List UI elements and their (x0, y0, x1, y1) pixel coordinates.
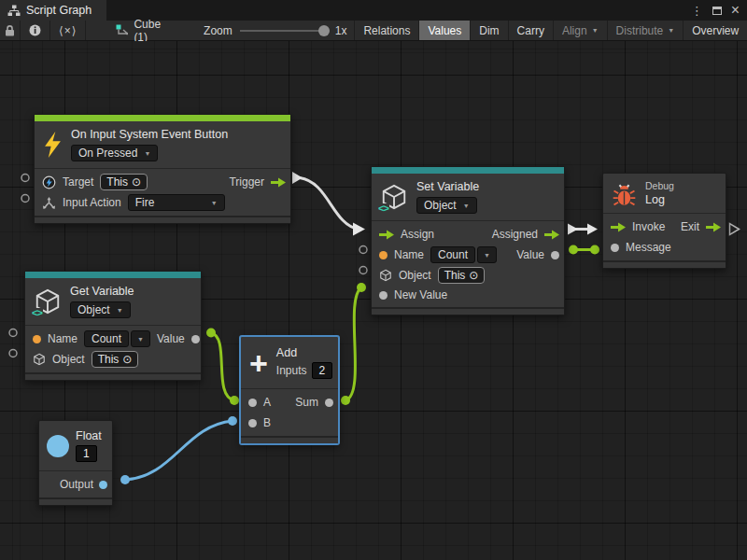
event-type-dropdown[interactable]: On Pressed ▼ (71, 145, 158, 161)
unconnected-port[interactable] (359, 267, 367, 274)
window-controls: ⋮ × (691, 0, 747, 21)
wire-sum-to-newvalue[interactable] (345, 287, 361, 400)
sum-port[interactable] (325, 399, 333, 407)
node-on-input-event[interactable]: On Input System Event Button On Pressed … (34, 114, 291, 224)
chevron-down-icon: ▼ (144, 150, 150, 157)
values-button[interactable]: Values (419, 21, 471, 40)
tab-script-graph[interactable]: Script Graph (0, 0, 106, 21)
zoom-slider-handle[interactable] (318, 25, 330, 36)
trigger-port-icon[interactable] (271, 177, 286, 188)
assign-input-arrowhead (353, 223, 365, 236)
maximize-icon[interactable] (712, 7, 722, 15)
inputs-count-field[interactable]: 2 (312, 362, 333, 379)
node-get-variable[interactable]: <> Get Variable Object ▼ Name Count ▼ (24, 271, 202, 381)
invoke-port-icon[interactable] (611, 222, 626, 232)
trigger-label: Trigger (229, 175, 264, 189)
node-add[interactable]: + Add Inputs 2 A Sum B (240, 336, 339, 444)
node-float[interactable]: Float 1 Output (38, 420, 113, 506)
chevron-down-icon: ▼ (463, 203, 470, 209)
chevron-down-icon: ▼ (117, 307, 123, 314)
lightning-icon (43, 132, 63, 158)
float-literal-icon (47, 435, 69, 457)
variable-kind-dropdown[interactable]: Object ▼ (70, 301, 131, 318)
input-system-icon (42, 175, 56, 189)
invoke-input-arrowhead (587, 224, 598, 235)
exit-label: Exit (681, 220, 699, 233)
value-label: Value (516, 248, 544, 261)
variable-angle-icon: <> (377, 203, 389, 214)
unconnected-port[interactable] (21, 175, 29, 182)
wire-endpoint-dot (230, 396, 239, 405)
exit-port-icon[interactable] (706, 222, 721, 232)
target-row: Target This ⊙ Trigger (35, 172, 290, 192)
new-value-row: New Value (372, 286, 564, 304)
variable-name-dropdown[interactable]: Count ▼ (430, 246, 497, 263)
event-category-bar (35, 115, 290, 121)
carry-button[interactable]: Carry (509, 21, 554, 40)
graph-canvas[interactable]: On Input System Event Button On Pressed … (0, 41, 747, 560)
variable-name-dropdown[interactable]: Count ▼ (84, 330, 150, 347)
unconnected-port[interactable] (21, 195, 29, 203)
output-label: Output (60, 478, 93, 491)
object-this-button[interactable]: This ⊙ (438, 267, 486, 284)
message-port[interactable] (611, 244, 619, 252)
unconnected-port[interactable] (9, 329, 17, 337)
a-port[interactable] (248, 399, 257, 407)
wire-getvariable-to-add-a[interactable] (211, 333, 234, 401)
relations-button[interactable]: Relations (354, 21, 419, 40)
name-row: Name Count ▼ Value (25, 329, 201, 349)
name-label: Name (48, 332, 78, 345)
node-debug-log[interactable]: Debug Log Invoke Exit (602, 173, 726, 269)
node-set-variable[interactable]: <> Set Variable Object ▼ (371, 166, 565, 315)
wire-float-to-add-b[interactable] (125, 421, 233, 480)
target-label: Target (63, 175, 93, 189)
output-port[interactable] (99, 481, 107, 489)
node-title: Float (76, 429, 102, 442)
object-label: Object (399, 269, 431, 282)
bug-icon (612, 181, 637, 206)
variable-category-bar (372, 167, 564, 174)
variable-kind-dropdown[interactable]: Object ▼ (416, 197, 477, 214)
variable-cube-icon: <> (380, 183, 408, 211)
trigger-output-port[interactable] (292, 172, 303, 184)
more-menu-icon[interactable]: ⋮ (691, 5, 703, 17)
exit-output-port[interactable] (730, 224, 740, 235)
sum-label: Sum (295, 396, 318, 409)
graph-context-label[interactable]: Cube (1) (106, 21, 170, 40)
distribute-button[interactable]: Distribute ▼ (608, 21, 684, 40)
unconnected-port[interactable] (9, 350, 17, 357)
wire-trigger-to-assign[interactable] (300, 178, 359, 230)
close-icon[interactable]: × (731, 3, 740, 18)
code-preview-toggle[interactable]: ⟨×⟩ (50, 21, 86, 40)
info-button[interactable] (21, 21, 50, 40)
chevron-down-icon: ▼ (592, 27, 599, 34)
name-port[interactable] (379, 251, 388, 259)
zoom-label: Zoom (204, 24, 233, 37)
value-port[interactable] (191, 335, 200, 343)
b-port[interactable] (248, 419, 257, 427)
target-this-button[interactable]: This ⊙ (100, 174, 148, 190)
value-port[interactable] (551, 251, 559, 259)
assigned-output-port[interactable] (568, 224, 578, 235)
node-footer (372, 307, 564, 315)
overview-button[interactable]: Overview (684, 21, 747, 40)
lock-button[interactable] (0, 21, 21, 40)
unconnected-port[interactable] (359, 246, 367, 254)
zoom-slider[interactable] (240, 30, 328, 32)
input-action-label: Input Action (63, 196, 121, 209)
object-this-button[interactable]: This ⊙ (92, 351, 139, 368)
gameobject-cube-icon (379, 269, 392, 282)
assign-port-icon[interactable] (379, 230, 394, 240)
dim-button[interactable]: Dim (471, 21, 508, 40)
new-value-port[interactable] (379, 291, 388, 300)
name-port[interactable] (33, 335, 41, 343)
input-action-dropdown[interactable]: Fire ▼ (128, 194, 225, 211)
assigned-label: Assigned (492, 228, 538, 241)
plus-icon: + (249, 351, 268, 375)
self-target-icon: ⊙ (469, 270, 478, 281)
float-value-field[interactable]: 1 (76, 445, 97, 462)
input-action-row: Input Action Fire ▼ (35, 192, 290, 213)
align-button[interactable]: Align ▼ (554, 21, 608, 40)
lock-icon (5, 25, 15, 36)
assigned-port-icon[interactable] (544, 230, 559, 240)
